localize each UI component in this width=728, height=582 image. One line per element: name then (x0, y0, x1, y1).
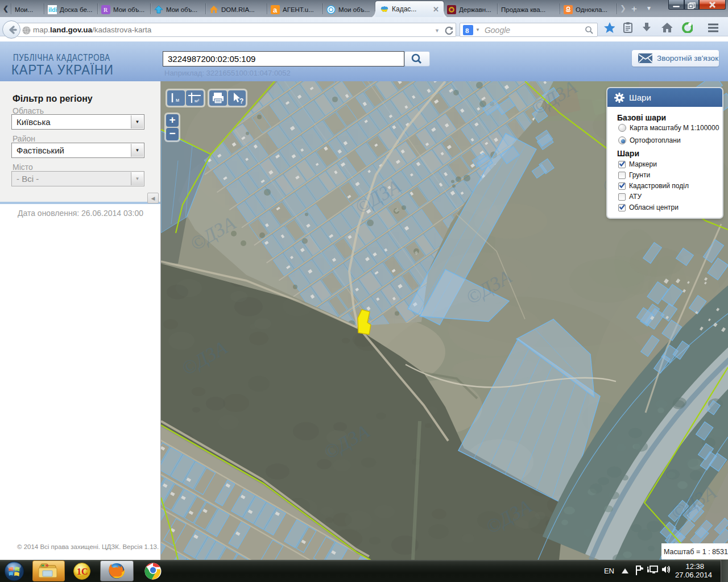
svg-text:8: 8 (465, 26, 469, 35)
svg-text:R: R (104, 6, 108, 13)
svg-text:ildi: ildi (48, 6, 57, 13)
svg-text:a: a (273, 6, 278, 14)
svg-text:1С: 1С (77, 567, 88, 576)
